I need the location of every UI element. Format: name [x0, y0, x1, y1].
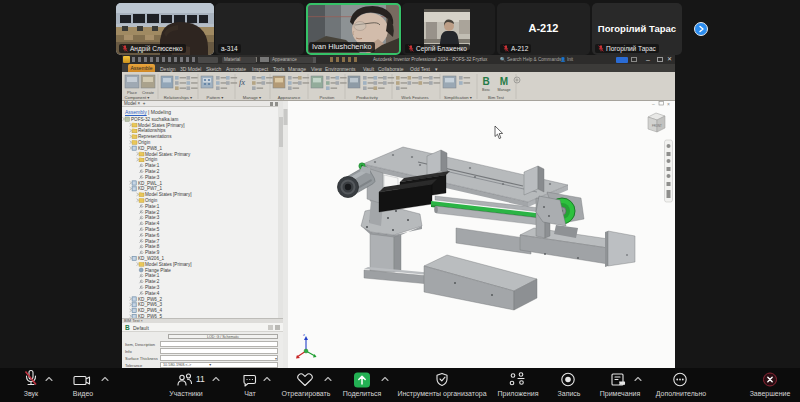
- svg-text:Plate:5: Plate:5: [145, 227, 160, 232]
- svg-text:Звук: Звук: [24, 390, 39, 398]
- svg-text:POFS-32 suchalka.iam: POFS-32 suchalka.iam: [131, 117, 178, 122]
- svg-text:Create: Create: [142, 90, 155, 95]
- svg-text:Plate:4: Plate:4: [145, 221, 160, 226]
- svg-text:Участники: Участники: [169, 390, 203, 397]
- svg-text:KD_PW7_1: KD_PW7_1: [138, 186, 162, 191]
- svg-text:Чат: Чат: [244, 390, 256, 397]
- svg-text:Representations: Representations: [138, 134, 172, 139]
- svg-text:Relationships ▾: Relationships ▾: [164, 95, 193, 100]
- svg-text:Дополнительно: Дополнительно: [656, 390, 706, 398]
- svg-text:B: B: [482, 76, 489, 87]
- svg-text:Plate:1: Plate:1: [145, 163, 160, 168]
- svg-text:Place: Place: [127, 90, 138, 95]
- svg-text:Plate:2: Plate:2: [145, 279, 160, 284]
- svg-text:Plate:3: Plate:3: [145, 175, 160, 180]
- svg-text:Plate:6: Plate:6: [145, 233, 160, 238]
- svg-text:Flange Plate: Flange Plate: [145, 268, 171, 273]
- svg-text:KD_PW8_1: KD_PW8_1: [138, 146, 162, 151]
- svg-text:Relationships: Relationships: [138, 128, 166, 133]
- svg-text:Plate:3: Plate:3: [145, 285, 160, 290]
- svg-text:Bim Test: Bim Test: [488, 95, 505, 100]
- svg-text:Productivity: Productivity: [356, 95, 379, 100]
- svg-text:FRONT: FRONT: [652, 124, 662, 128]
- svg-text:Origin: Origin: [145, 157, 158, 162]
- svg-text:Отреагировать: Отреагировать: [282, 390, 331, 398]
- svg-text:Origin: Origin: [145, 198, 158, 203]
- svg-text:Plate:7: Plate:7: [145, 239, 160, 244]
- svg-text:Запись: Запись: [558, 390, 581, 397]
- svg-text:Position: Position: [320, 95, 336, 100]
- svg-text:KD_PW6_4: KD_PW6_4: [138, 308, 162, 313]
- svg-text:Bosc: Bosc: [482, 88, 490, 92]
- svg-text:fx: fx: [239, 77, 245, 87]
- svg-text:KD_PWL_1: KD_PWL_1: [138, 181, 162, 186]
- svg-text:Component ▾: Component ▾: [125, 95, 151, 100]
- svg-text:Видео: Видео: [73, 390, 94, 398]
- svg-text:Simplification ▾: Simplification ▾: [444, 95, 473, 100]
- svg-text:Plate:1: Plate:1: [145, 273, 160, 278]
- svg-text:Model States [Primary]: Model States [Primary]: [145, 192, 191, 197]
- svg-text:Plate:9: Plate:9: [145, 250, 160, 255]
- svg-text:–: –: [652, 101, 655, 107]
- svg-text:Plate:2: Plate:2: [145, 169, 160, 174]
- svg-text:11: 11: [196, 374, 205, 384]
- svg-text:M: M: [500, 76, 508, 87]
- svg-text:Appearance: Appearance: [278, 95, 301, 100]
- svg-text:KD_PW6_3: KD_PW6_3: [138, 302, 162, 307]
- svg-text:Приложения: Приложения: [498, 390, 539, 398]
- svg-text:Model States: Primary: Model States: Primary: [145, 152, 191, 157]
- svg-text:z: z: [303, 332, 305, 337]
- svg-text:Origin: Origin: [138, 140, 151, 145]
- svg-text:Примечания: Примечания: [600, 390, 641, 398]
- svg-text:Завершение: Завершение: [750, 390, 791, 398]
- svg-text:Инструменты организатора: Инструменты организатора: [397, 390, 486, 398]
- svg-text:Plate:8: Plate:8: [145, 244, 160, 249]
- svg-text:Work Features: Work Features: [401, 95, 428, 100]
- svg-text:Manage ▾: Manage ▾: [243, 95, 262, 100]
- svg-text:KD_PW6_2: KD_PW6_2: [138, 297, 162, 302]
- svg-text:Model States [Primary]: Model States [Primary]: [138, 123, 184, 128]
- svg-text:Поделиться: Поделиться: [343, 390, 382, 398]
- svg-text:Plate:2: Plate:2: [145, 210, 160, 215]
- svg-text:Model States [Primary]: Model States [Primary]: [145, 262, 191, 267]
- svg-text:Pattern ▾: Pattern ▾: [207, 95, 225, 100]
- svg-text:Plate:3: Plate:3: [145, 215, 160, 220]
- svg-text:KD_W206_1: KD_W206_1: [138, 256, 164, 261]
- svg-text:Plate:4: Plate:4: [145, 291, 160, 296]
- svg-text:Manage: Manage: [498, 88, 511, 92]
- svg-text:Plate:1: Plate:1: [145, 204, 160, 209]
- svg-text:×: ×: [667, 101, 670, 107]
